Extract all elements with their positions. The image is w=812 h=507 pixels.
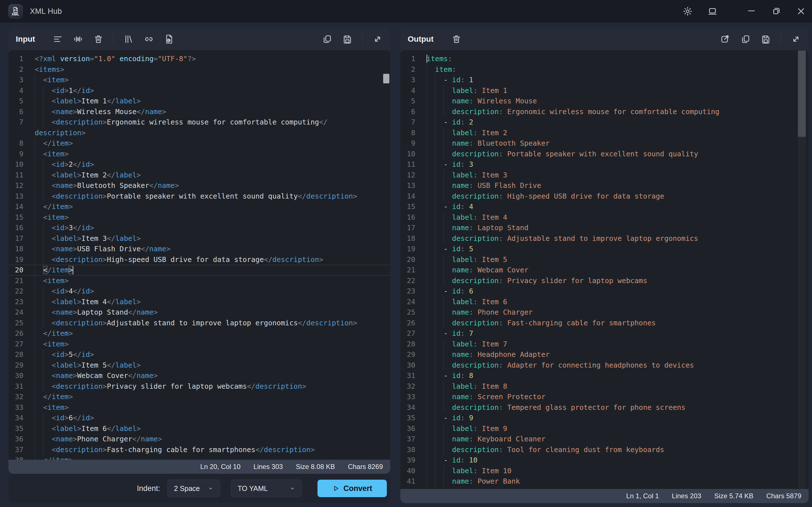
code-line[interactable]: 9 name: Bluetooth Speaker: [400, 138, 809, 149]
code-line[interactable]: 32 </item>: [8, 392, 390, 402]
code-line[interactable]: 15 <item>: [8, 212, 390, 223]
code-line[interactable]: 27 <item>: [8, 339, 390, 349]
code-line[interactable]: 6 <name>Wireless Mouse</name>: [8, 107, 390, 117]
code-line[interactable]: 30 <name>Webcam Cover</name>: [8, 371, 390, 381]
code-line[interactable]: 39 - id: 10: [400, 455, 809, 466]
code-line[interactable]: 33 name: Screen Protector: [400, 392, 809, 402]
code-line[interactable]: 13 name: USB Flash Drive: [400, 180, 809, 191]
code-line[interactable]: 36 label: Item 9: [400, 424, 809, 434]
code-line[interactable]: 26 description: Fast-charging cable for …: [400, 318, 809, 328]
code-line[interactable]: 17 <label>Item 3</label>: [8, 233, 390, 244]
code-line[interactable]: 18 description: Adjustable stand to impr…: [400, 233, 809, 244]
code-line[interactable]: 4 <id>1</id>: [8, 86, 390, 96]
code-line[interactable]: 6 description: Ergonomic wireless mouse …: [400, 107, 809, 117]
code-line[interactable]: 3 <item>: [8, 75, 390, 86]
code-line[interactable]: 7 <description>Ergonomic wireless mouse …: [8, 117, 390, 128]
code-line[interactable]: 11 <label>Item 2</label>: [8, 170, 390, 180]
clear-output-button[interactable]: [451, 34, 462, 45]
code-line[interactable]: 20 </item>: [8, 265, 390, 276]
display-mode-button[interactable]: [707, 6, 718, 17]
close-button[interactable]: [796, 6, 806, 17]
code-line[interactable]: 14 </item>: [8, 202, 390, 212]
code-line[interactable]: 10 description: Portable speaker with ex…: [400, 149, 809, 159]
code-line[interactable]: 1<?xml version="1.0" encoding="UTF-8"?>: [8, 54, 390, 64]
code-line[interactable]: 37 <description>Fast-charging cable for …: [8, 445, 390, 455]
code-line[interactable]: 2 item:: [400, 64, 809, 75]
code-line[interactable]: 29 name: Headphone Adapter: [400, 349, 809, 360]
minify-button[interactable]: [73, 34, 84, 45]
copy-output-button[interactable]: [740, 34, 751, 45]
code-line[interactable]: 31 - id: 8: [400, 371, 809, 381]
code-line[interactable]: 3 - id: 1: [400, 75, 809, 86]
code-line[interactable]: 32 label: Item 8: [400, 381, 809, 392]
code-line[interactable]: 14 description: High-speed USB drive for…: [400, 191, 809, 202]
code-line[interactable]: 20 label: Item 5: [400, 255, 809, 265]
minimize-button[interactable]: [746, 6, 757, 17]
code-line[interactable]: 34 description: Tempered glass protector…: [400, 402, 809, 413]
code-line[interactable]: description>: [8, 128, 390, 138]
code-line[interactable]: 24 <name>Laptop Stand</name>: [8, 307, 390, 318]
expand-output-button[interactable]: [791, 34, 801, 45]
format-button[interactable]: [52, 34, 63, 45]
code-line[interactable]: 22 <id>4</id>: [8, 286, 390, 297]
code-line[interactable]: 7 - id: 2: [400, 117, 809, 128]
code-line[interactable]: 21 name: Webcam Cover: [400, 265, 809, 276]
code-line[interactable]: 38 </item>: [8, 455, 390, 460]
code-line[interactable]: 23 <label>Item 4</label>: [8, 297, 390, 307]
maximize-button[interactable]: [771, 6, 781, 17]
expand-input-button[interactable]: [372, 34, 383, 45]
code-line[interactable]: 28 label: Item 7: [400, 339, 809, 349]
save-output-button[interactable]: [760, 34, 771, 45]
code-line[interactable]: 24 label: Item 6: [400, 297, 809, 307]
code-line[interactable]: 35 - id: 9: [400, 413, 809, 424]
copy-input-button[interactable]: [322, 34, 333, 45]
input-code-editor[interactable]: 1<?xml version="1.0" encoding="UTF-8"?>2…: [8, 50, 390, 460]
code-line[interactable]: 12 label: Item 3: [400, 170, 809, 180]
code-line[interactable]: 35 <label>Item 6</label>: [8, 424, 390, 434]
code-line[interactable]: 1items:: [400, 54, 809, 64]
code-line[interactable]: 22 description: Privacy slider for lapto…: [400, 276, 809, 286]
code-line[interactable]: 13 <description>Portable speaker with ex…: [8, 191, 390, 202]
code-line[interactable]: 17 name: Laptop Stand: [400, 223, 809, 233]
code-line[interactable]: 8 </item>: [8, 138, 390, 149]
code-line[interactable]: 19 <description>High-speed USB drive for…: [8, 255, 390, 265]
share-output-button[interactable]: [720, 34, 730, 45]
target-format-select[interactable]: TO YAML: [231, 480, 302, 497]
load-file-button[interactable]: [164, 34, 174, 45]
code-line[interactable]: 37 name: Keyboard Cleaner: [400, 434, 809, 445]
code-line[interactable]: 2<items>: [8, 64, 390, 75]
code-line[interactable]: 8 label: Item 2: [400, 128, 809, 138]
code-line[interactable]: 11 - id: 3: [400, 159, 809, 170]
code-line[interactable]: 40 label: Item 10: [400, 466, 809, 476]
code-line[interactable]: 25 name: Phone Charger: [400, 307, 809, 318]
clear-input-button[interactable]: [93, 34, 104, 45]
code-line[interactable]: 9 <item>: [8, 149, 390, 159]
code-line[interactable]: 18 <name>USB Flash Drive</name>: [8, 244, 390, 255]
code-line[interactable]: 23 - id: 6: [400, 286, 809, 297]
code-line[interactable]: 31 <description>Privacy slider for lapto…: [8, 381, 390, 392]
code-line[interactable]: 33 <item>: [8, 402, 390, 413]
code-line[interactable]: 12 <name>Bluetooth Speaker</name>: [8, 180, 390, 191]
code-line[interactable]: 25 <description>Adjustable stand to impr…: [8, 318, 390, 328]
code-line[interactable]: 16 label: Item 4: [400, 212, 809, 223]
code-line[interactable]: 10 <id>2</id>: [8, 159, 390, 170]
code-line[interactable]: 30 description: Adapter for connecting h…: [400, 360, 809, 371]
convert-button[interactable]: Convert: [317, 480, 387, 497]
code-line[interactable]: 36 <name>Phone Charger</name>: [8, 434, 390, 445]
code-line[interactable]: 34 <id>6</id>: [8, 413, 390, 424]
link-button[interactable]: [144, 34, 154, 45]
settings-button[interactable]: [682, 6, 693, 17]
output-code-editor[interactable]: 1items:2 item:3 - id: 14 label: Item 15 …: [400, 50, 809, 489]
library-button[interactable]: [123, 34, 134, 45]
code-line[interactable]: 5 name: Wireless Mouse: [400, 96, 809, 107]
code-line[interactable]: 29 <label>Item 5</label>: [8, 360, 390, 371]
code-line[interactable]: 21 <item>: [8, 276, 390, 286]
code-line[interactable]: 41 name: Power Bank: [400, 476, 809, 487]
indent-select[interactable]: 2 Space: [167, 480, 220, 497]
code-line[interactable]: 5 <label>Item 1</label>: [8, 96, 390, 107]
code-line[interactable]: 4 label: Item 1: [400, 86, 809, 96]
code-line[interactable]: 27 - id: 7: [400, 328, 809, 339]
code-line[interactable]: 16 <id>3</id>: [8, 223, 390, 233]
code-line[interactable]: 28 <id>5</id>: [8, 349, 390, 360]
code-line[interactable]: 19 - id: 5: [400, 244, 809, 255]
